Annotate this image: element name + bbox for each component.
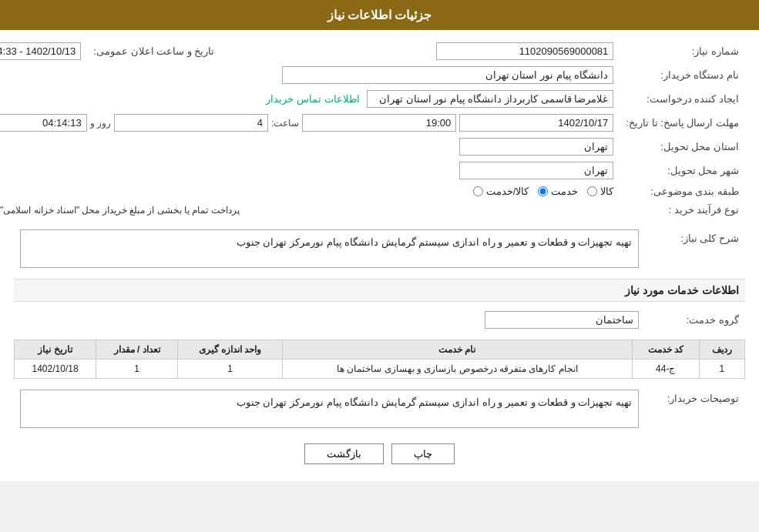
page-wrapper: جزئیات اطلاعات نیاز شماره نیاز: 11020905… <box>0 0 759 481</box>
back-button[interactable]: بازگشت <box>304 443 384 464</box>
col-radif: ردیف <box>699 340 744 360</box>
nam-dastgah-label: نام دستگاه خریدار: <box>620 63 745 87</box>
shomare-niaz-label: شماره نیاز: <box>620 39 745 63</box>
group-khedmat-label: گروه خدمت: <box>645 308 745 332</box>
shahr-value: تهران <box>0 159 620 182</box>
mohlat-date-field: 1402/10/17 <box>459 114 613 132</box>
button-group: چاپ بازگشت <box>14 443 745 464</box>
print-button[interactable]: چاپ <box>391 443 455 464</box>
radio-kala[interactable]: کالا <box>587 186 613 197</box>
cell-vahed: 1 <box>178 360 283 379</box>
cell-nam-khedmat: انجام کارهای متفرقه درخصوص بازسازی و بهس… <box>282 360 632 379</box>
ijad-konande-label: ایجاد کننده درخواست: <box>620 87 745 111</box>
description-table: توصیحات خریدار: تهیه تجهیزات و قطعات و ت… <box>14 386 745 431</box>
tarikh-aelan-label: تاریخ و ساعت اعلان عمومی: <box>87 39 230 63</box>
noe-farayand-note: پرداخت تمام یا بخشی از مبلغ خریداز محل "… <box>0 205 240 216</box>
mohlat-saat-field: 19:00 <box>302 114 456 132</box>
shomare-niaz-value: 1102090569000081 <box>230 39 620 63</box>
radio-khedmat-label: خدمت <box>551 186 578 197</box>
table-row: 1 ج-44 انجام کارهای متفرقه درخصوص بازساز… <box>15 360 745 379</box>
page-title: جزئیات اطلاعات نیاز <box>327 8 432 22</box>
shahr-label: شهر محل تحویل: <box>620 159 745 182</box>
noe-farayand-label: نوع فرآیند خرید : <box>620 200 745 219</box>
shomare-niaz-field: 1102090569000081 <box>436 42 613 60</box>
col-vahed: واحد اندازه گیری <box>178 340 283 360</box>
mohlat-roz-label: روز و <box>90 118 111 129</box>
mohlat-row: ساعت باقی مانده 04:14:13 روز و 4 ساعت: 1… <box>0 111 620 135</box>
radio-khedmat[interactable]: خدمت <box>538 186 578 197</box>
khadamat-header: اطلاعات خدمات مورد نیاز <box>14 279 745 302</box>
radio-kala-input[interactable] <box>587 186 597 196</box>
cell-tedad: 1 <box>96 360 178 379</box>
ijad-konande-row: غلامرضا قاسمی کاربرداز دانشگاه پیام نور … <box>0 87 620 111</box>
tabaqeh-label: طبقه بندی موضوعی: <box>620 182 745 200</box>
description-label: توصیحات خریدار: <box>645 386 745 431</box>
radio-kala-khedmat-label: کالا/خدمت <box>486 186 529 197</box>
tarikh-aelan-field: 1402/10/13 - 14:33 <box>0 42 81 60</box>
cell-radif: 1 <box>699 360 744 379</box>
sharh-kolli-cell: تهیه تجهیزات و قطعات و تعمیر و راه انداز… <box>14 226 645 271</box>
mohlat-roz-field: 4 <box>114 114 268 132</box>
ijad-konande-field: غلامرضا قاسمی کاربرداز دانشگاه پیام نور … <box>367 90 613 108</box>
cell-kod-khedmat: ج-44 <box>632 360 699 379</box>
sharh-kolli-box: تهیه تجهیزات و قطعات و تعمیر و راه انداز… <box>20 229 639 268</box>
ostan-value: تهران <box>0 135 620 159</box>
group-khedmat-field: ساختمان <box>485 311 639 329</box>
page-header: جزئیات اطلاعات نیاز <box>0 0 759 30</box>
content-area: شماره نیاز: 1102090569000081 تاریخ و ساع… <box>0 30 759 481</box>
col-nam-khedmat: نام خدمت <box>282 340 632 360</box>
services-table: ردیف کد خدمت نام خدمت واحد اندازه گیری ت… <box>14 340 745 379</box>
ostan-field: تهران <box>459 138 613 156</box>
radio-kala-khedmat[interactable]: کالا/خدمت <box>473 186 529 197</box>
mohlat-countdown-field: 04:14:13 <box>0 114 87 132</box>
col-tedad: تعداد / مقدار <box>96 340 178 360</box>
sharh-table: شرح کلی نیاز: تهیه تجهیزات و قطعات و تعم… <box>14 226 745 271</box>
main-info-table: شماره نیاز: 1102090569000081 تاریخ و ساع… <box>0 39 745 219</box>
nam-dastgah-value: دانشگاه پیام نور استان تهران <box>0 63 620 87</box>
col-tarikh: تاریخ نیاز <box>15 340 96 360</box>
mohlat-saat-label: ساعت: <box>271 118 299 129</box>
radio-kala-khedmat-input[interactable] <box>473 186 483 196</box>
noe-farayand-row: متوسط جزیی پرداخت تمام یا بخشی از مبلغ خ… <box>0 200 620 219</box>
mohlat-label: مهلت ارسال پاسخ: تا تاریخ: <box>620 111 745 135</box>
group-khedmat-table: گروه خدمت: ساختمان <box>14 308 745 332</box>
col-kod-khedmat: کد خدمت <box>632 340 699 360</box>
group-khedmat-cell: ساختمان <box>14 308 645 332</box>
radio-kala-label: کالا <box>600 186 613 197</box>
contact-info-link[interactable]: اطلاعات تماس خریدار <box>266 93 359 105</box>
ostan-label: استان محل تحویل: <box>620 135 745 159</box>
radio-khedmat-input[interactable] <box>538 186 548 196</box>
nam-dastgah-field: دانشگاه پیام نور استان تهران <box>282 66 613 84</box>
description-cell: تهیه تجهیزات و قطعات و تعمیر و راه انداز… <box>14 386 645 431</box>
tabaqeh-row: کالا/خدمت خدمت کالا <box>0 182 620 200</box>
description-box: تهیه تجهیزات و قطعات و تعمیر و راه انداز… <box>20 390 639 428</box>
sharh-kolli-label: شرح کلی نیاز: <box>645 226 745 271</box>
tarikh-aelan-value: 1402/10/13 - 14:33 <box>0 39 87 63</box>
cell-tarikh: 1402/10/18 <box>15 360 96 379</box>
shahr-field: تهران <box>459 162 613 179</box>
